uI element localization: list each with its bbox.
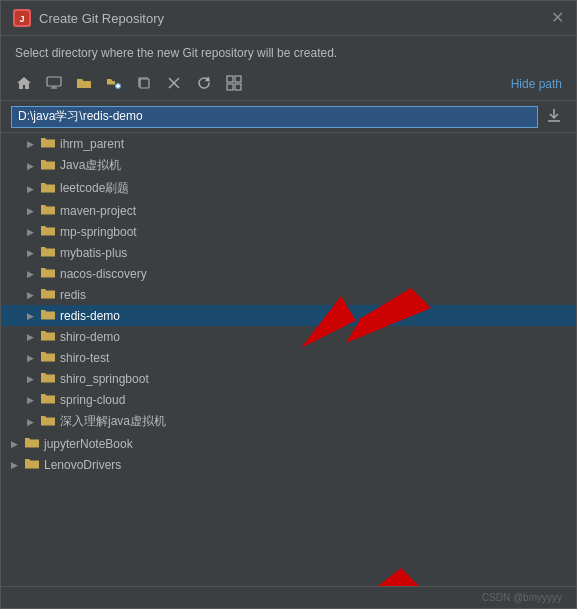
dialog-subtitle: Select directory where the new Git repos… bbox=[1, 36, 576, 68]
svg-text:J: J bbox=[19, 14, 24, 24]
chevron-icon: ▶ bbox=[27, 269, 37, 279]
tree-item[interactable]: ▶nacos-discovery bbox=[1, 263, 576, 284]
folder-icon bbox=[41, 136, 55, 151]
chevron-icon: ▶ bbox=[27, 248, 37, 258]
tree-item-label: leetcode刷题 bbox=[60, 180, 129, 197]
path-input[interactable] bbox=[11, 106, 538, 128]
create-git-repository-dialog: J Create Git Repository ✕ Select directo… bbox=[0, 0, 577, 609]
expand-button[interactable] bbox=[221, 72, 247, 96]
tree-item[interactable]: ▶mybatis-plus bbox=[1, 242, 576, 263]
chevron-icon: ▶ bbox=[27, 374, 37, 384]
chevron-icon: ▶ bbox=[27, 139, 37, 149]
hide-path-button[interactable]: Hide path bbox=[507, 75, 566, 93]
svg-marker-18 bbox=[311, 568, 421, 586]
app-icon: J bbox=[13, 9, 31, 27]
folder-icon bbox=[41, 329, 55, 344]
computer-button[interactable] bbox=[41, 72, 67, 96]
chevron-icon: ▶ bbox=[27, 161, 37, 171]
chevron-icon: ▶ bbox=[27, 332, 37, 342]
chevron-icon: ▶ bbox=[11, 460, 21, 470]
tree-item-label: 深入理解java虚拟机 bbox=[60, 413, 166, 430]
tree-item-label: LenovoDrivers bbox=[44, 458, 121, 472]
tree-item[interactable]: ▶leetcode刷题 bbox=[1, 177, 576, 200]
folder-icon bbox=[41, 181, 55, 196]
bottom-bar: CSDN @bmyyyyy bbox=[1, 586, 576, 608]
folder-icon bbox=[25, 436, 39, 451]
close-button[interactable]: ✕ bbox=[551, 10, 564, 26]
folder-icon bbox=[41, 224, 55, 239]
tree-item-label: maven-project bbox=[60, 204, 136, 218]
tree-item-label: Java虚拟机 bbox=[60, 157, 121, 174]
tree-item-label: shiro-test bbox=[60, 351, 109, 365]
tree-item-label: ihrm_parent bbox=[60, 137, 124, 151]
tree-item-label: redis-demo bbox=[60, 309, 120, 323]
refresh-button[interactable] bbox=[191, 72, 217, 96]
chevron-icon: ▶ bbox=[27, 311, 37, 321]
credit-text: CSDN @bmyyyyy bbox=[482, 592, 562, 603]
delete-button[interactable] bbox=[161, 72, 187, 96]
folder-icon bbox=[25, 457, 39, 472]
tree-item-label: redis bbox=[60, 288, 86, 302]
folder-icon bbox=[41, 158, 55, 173]
svg-rect-13 bbox=[227, 84, 233, 90]
tree-item[interactable]: ▶jupyterNoteBook bbox=[1, 433, 576, 454]
chevron-icon: ▶ bbox=[27, 184, 37, 194]
download-button[interactable] bbox=[542, 105, 566, 128]
tree-item-label: spring-cloud bbox=[60, 393, 125, 407]
chevron-icon: ▶ bbox=[27, 395, 37, 405]
folder-new-button[interactable] bbox=[101, 72, 127, 96]
chevron-icon: ▶ bbox=[27, 206, 37, 216]
chevron-icon: ▶ bbox=[27, 417, 37, 427]
tree-item-label: mybatis-plus bbox=[60, 246, 127, 260]
tree-item-label: nacos-discovery bbox=[60, 267, 147, 281]
tree-item[interactable]: ▶Java虚拟机 bbox=[1, 154, 576, 177]
tree-item[interactable]: ▶mp-springboot bbox=[1, 221, 576, 242]
chevron-icon: ▶ bbox=[27, 353, 37, 363]
tree-item[interactable]: ▶redis bbox=[1, 284, 576, 305]
title-bar-left: J Create Git Repository bbox=[13, 9, 164, 27]
folder-icon bbox=[41, 392, 55, 407]
folder-icon bbox=[41, 414, 55, 429]
folder-open-button[interactable] bbox=[71, 72, 97, 96]
tree-item[interactable]: ▶LenovoDrivers bbox=[1, 454, 576, 475]
folder-icon bbox=[41, 245, 55, 260]
folder-icon bbox=[41, 308, 55, 323]
chevron-icon: ▶ bbox=[27, 227, 37, 237]
tree-item[interactable]: ▶shiro_springboot bbox=[1, 368, 576, 389]
chevron-icon: ▶ bbox=[27, 290, 37, 300]
dialog-title: Create Git Repository bbox=[39, 11, 164, 26]
file-tree: ▶ihrm_parent▶Java虚拟机▶leetcode刷题▶maven-pr… bbox=[1, 133, 576, 586]
tree-item[interactable]: ▶ihrm_parent bbox=[1, 133, 576, 154]
tree-item[interactable]: ▶深入理解java虚拟机 bbox=[1, 410, 576, 433]
svg-rect-12 bbox=[235, 76, 241, 82]
folder-icon bbox=[41, 287, 55, 302]
svg-rect-11 bbox=[227, 76, 233, 82]
chevron-icon: ▶ bbox=[11, 439, 21, 449]
tree-item[interactable]: ▶redis-demo bbox=[1, 305, 576, 326]
path-bar bbox=[1, 101, 576, 133]
toolbar: Hide path bbox=[1, 68, 576, 101]
tree-item-label: shiro_springboot bbox=[60, 372, 149, 386]
tree-item[interactable]: ▶shiro-test bbox=[1, 347, 576, 368]
folder-icon bbox=[41, 203, 55, 218]
tree-item-label: shiro-demo bbox=[60, 330, 120, 344]
svg-rect-2 bbox=[47, 77, 61, 86]
tree-item-label: mp-springboot bbox=[60, 225, 137, 239]
tree-item[interactable]: ▶maven-project bbox=[1, 200, 576, 221]
copy-folder-button[interactable] bbox=[131, 72, 157, 96]
tree-item[interactable]: ▶shiro-demo bbox=[1, 326, 576, 347]
title-bar: J Create Git Repository ✕ bbox=[1, 1, 576, 36]
svg-rect-14 bbox=[235, 84, 241, 90]
home-button[interactable] bbox=[11, 72, 37, 96]
svg-rect-8 bbox=[140, 79, 149, 88]
folder-icon bbox=[41, 371, 55, 386]
folder-icon bbox=[41, 350, 55, 365]
folder-icon bbox=[41, 266, 55, 281]
tree-item-label: jupyterNoteBook bbox=[44, 437, 133, 451]
tree-item[interactable]: ▶spring-cloud bbox=[1, 389, 576, 410]
